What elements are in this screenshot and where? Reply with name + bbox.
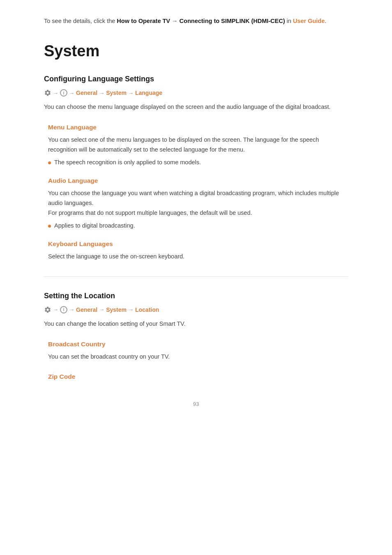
audio-language-title: Audio Language (44, 177, 348, 184)
menu-language-bullet: The speech recognition is only applied t… (44, 159, 348, 166)
info-icon2: i (60, 306, 67, 313)
language-body-text: You can choose the menu language display… (44, 102, 348, 112)
nav-system: System (106, 90, 127, 96)
nav-language: Language (135, 90, 162, 96)
nav-general: General (76, 90, 97, 96)
loc-nav-arrow2: → (69, 306, 74, 313)
loc-nav-system: System (106, 306, 127, 313)
broadcast-country-body: You can set the broadcast country on you… (44, 352, 348, 362)
audio-language-section: Audio Language You can choose the langua… (44, 177, 348, 229)
menu-language-bullet-text: The speech recognition is only applied t… (54, 159, 201, 166)
section-divider (44, 276, 348, 277)
location-nav-path: → i → General → System → Location (44, 306, 348, 313)
gear-icon (44, 89, 51, 97)
nav-arrow3: → (99, 90, 104, 96)
audio-language-bullet-text: Applies to digital broadcasting. (54, 222, 135, 229)
intro-bold-link1: How to Operate TV (117, 18, 170, 24)
bullet-dot-icon2 (48, 225, 51, 228)
menu-language-section: Menu Language You can select one of the … (44, 124, 348, 166)
keyboard-languages-section: Keyboard Languages Select the language t… (44, 240, 348, 262)
intro-text-before: To see the details, click the (44, 18, 117, 24)
intro-text: To see the details, click the How to Ope… (44, 16, 348, 26)
intro-bold-link2: Connecting to SIMPLINK (HDMI-CEC) (180, 18, 285, 24)
loc-nav-general: General (76, 306, 97, 313)
location-body-text: You can change the location setting of y… (44, 319, 348, 329)
loc-nav-arrow1: → (53, 306, 58, 313)
loc-nav-arrow4: → (128, 306, 134, 313)
setting-location-title: Setting the Location (44, 292, 348, 300)
audio-language-body: You can choose the language you want whe… (44, 189, 348, 218)
intro-orange-link: User Guide (293, 18, 325, 24)
audio-language-bullet: Applies to digital broadcasting. (44, 222, 348, 229)
broadcast-country-section: Broadcast Country You can set the broadc… (44, 341, 348, 362)
keyboard-languages-body: Select the language to use the on-screen… (44, 252, 348, 262)
menu-language-title: Menu Language (44, 124, 348, 131)
broadcast-country-title: Broadcast Country (44, 341, 348, 348)
info-icon: i (60, 89, 67, 97)
bullet-dot-icon (48, 161, 51, 164)
loc-nav-location: Location (135, 306, 159, 313)
configuring-language-title: Configuring Language Settings (44, 75, 348, 83)
nav-arrow1: → (53, 90, 58, 96)
menu-language-body: You can select one of the menu languages… (44, 135, 348, 155)
nav-arrow2: → (69, 90, 74, 96)
gear-icon2 (44, 306, 51, 313)
section-title: System (44, 42, 348, 60)
language-nav-path: → i → General → System → Language (44, 89, 348, 97)
loc-nav-arrow3: → (99, 306, 104, 313)
intro-text-end: . (325, 18, 326, 24)
zip-code-title: Zip Code (44, 373, 348, 380)
zip-code-section: Zip Code (44, 373, 348, 380)
nav-arrow4: → (128, 90, 134, 96)
intro-text-in: in (285, 18, 293, 24)
intro-arrow: → (172, 18, 178, 24)
keyboard-languages-title: Keyboard Languages (44, 240, 348, 248)
page-number: 93 (44, 401, 348, 407)
